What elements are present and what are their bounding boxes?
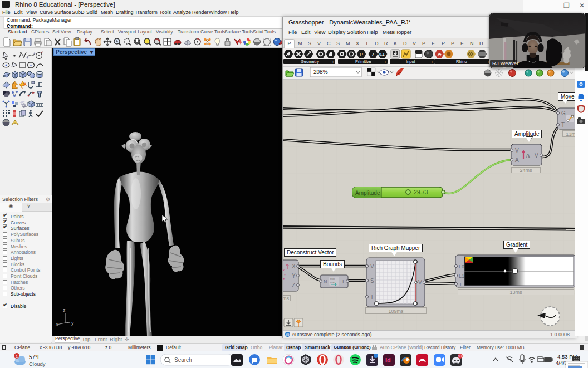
svg-text:+: + [332,60,334,64]
svg-text:S: S [370,278,374,284]
svg-text:x: x [283,268,285,272]
svg-text:L0: L0 [459,264,464,269]
svg-text:Id: Id [385,357,391,364]
svg-text:z: z [283,277,285,281]
svg-text:A: A [515,157,519,163]
svg-text:L1: L1 [459,273,464,279]
svg-text:I: I [460,282,462,287]
svg-text:Z: Z [292,282,295,288]
svg-text:RJ Weaver: RJ Weaver [492,60,519,66]
svg-text:+: + [431,60,433,64]
svg-text:208%: 208% [313,69,328,75]
svg-text:z: z [63,307,66,313]
svg-text:X: X [292,263,296,269]
svg-text:7: 7 [371,52,374,57]
svg-text:G: G [561,110,566,116]
svg-text:Cloudy: Cloudy [29,361,46,367]
svg-text:Rhino: Rhino [456,59,467,64]
svg-text:9+: 9+ [458,354,463,358]
svg-text:A: A [526,152,530,159]
svg-text:T: T [370,294,374,300]
svg-text:y: y [284,273,286,276]
svg-text:V: V [515,148,519,154]
svg-text:Input: Input [406,59,416,64]
svg-text:I: I [342,279,344,284]
svg-text:1: 1 [16,354,18,359]
svg-text:N: N [324,279,327,284]
svg-text:-29.73: -29.73 [412,189,428,195]
svg-text:0.1: 0.1 [379,52,385,56]
svg-text:P: P [360,52,363,57]
svg-text:x: x [56,321,58,327]
svg-text:Amplitude: Amplitude [355,190,380,196]
svg-text:Primitive: Primitive [355,59,371,64]
svg-text:+: + [384,60,386,64]
svg-text:V: V [535,153,538,159]
svg-text:V: V [370,263,374,269]
svg-text:T: T [561,122,565,128]
svg-text:y: y [71,320,74,326]
svg-text:57°F: 57°F [29,354,41,360]
svg-text:V: V [418,279,422,286]
svg-text:Search: Search [174,357,192,363]
svg-text:Y: Y [292,273,296,279]
svg-text:Geometry: Geometry [301,59,319,64]
